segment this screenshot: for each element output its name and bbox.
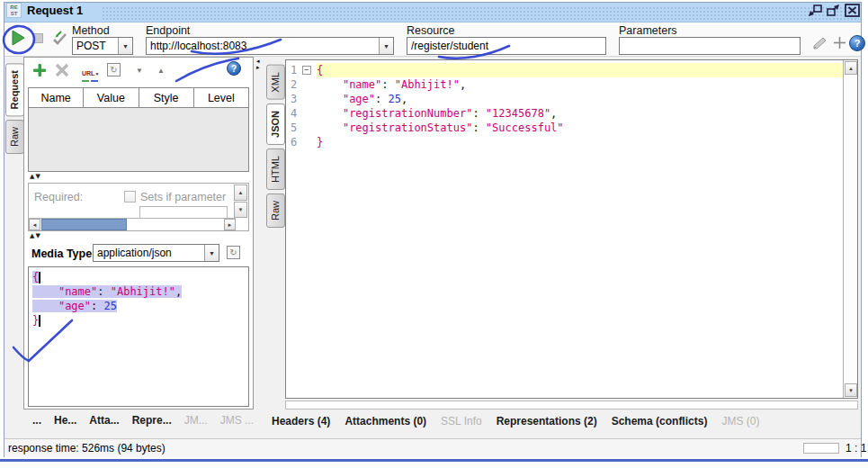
parameters-input[interactable] — [619, 37, 801, 55]
side-tab-json[interactable]: JSON — [266, 104, 285, 145]
code-line: 1−{ — [286, 63, 857, 77]
line-number: 3 — [291, 92, 297, 106]
bottom-tab-[interactable]: ... — [32, 414, 41, 427]
edit-params-pencil-icon[interactable] — [812, 37, 828, 54]
bottom-tab-attachments-0[interactable]: Attachments (0) — [345, 415, 426, 428]
params-help-icon[interactable]: ? — [227, 61, 241, 76]
move-param-up-icon[interactable]: ▲ — [157, 67, 165, 75]
media-type-label: Media Type — [31, 248, 92, 260]
response-bottom-tabs: Headers (4)Attachments (0)SSL InfoRepres… — [272, 415, 759, 428]
splitter-handle-2[interactable]: ▲▼ — [30, 232, 41, 239]
add-param-plus-icon[interactable] — [833, 36, 846, 53]
endpoint-value: http://localhost:8083 — [147, 40, 379, 52]
text-caret — [39, 272, 40, 284]
side-tab-request[interactable]: Request — [5, 63, 24, 116]
toolbar-help-icon[interactable]: ? — [849, 35, 865, 51]
endpoint-label: Endpoint — [146, 24, 190, 37]
props-scroll-up-icon[interactable]: ▲ — [234, 184, 247, 201]
restore-window-icon[interactable] — [808, 4, 823, 17]
param-column-value: Value — [84, 88, 139, 107]
props-scroll-down-icon[interactable]: ▼ — [234, 202, 247, 218]
bottom-tab-schema-conflicts[interactable]: Schema (conflicts) — [612, 415, 708, 428]
code-line: "age": 25 — [32, 299, 248, 313]
bottom-tab-he[interactable]: He... — [54, 414, 76, 427]
method-dropdown[interactable]: POST ▼ — [72, 37, 133, 55]
response-editor[interactable]: 1−{2 "name": "Abhijit!",3 "age": 25,4 "r… — [285, 59, 858, 399]
bottom-tab-jms: JMS ... — [220, 414, 254, 427]
props-hscrollbar[interactable]: ◄ ► — [29, 218, 236, 230]
bottom-tab-representations-2[interactable]: Representations (2) — [497, 415, 597, 428]
text-caret — [39, 315, 40, 327]
add-param-icon[interactable] — [32, 63, 47, 77]
code-line: { — [32, 270, 248, 284]
panel-splitter-collapse-icons[interactable]: ◂▸ — [256, 58, 260, 70]
param-column-style: Style — [139, 88, 194, 107]
side-tab-html[interactable]: HTML — [266, 148, 285, 190]
code-line: 6} — [286, 135, 857, 149]
line-number: 6 — [291, 135, 297, 149]
soapui-request-window: RE ST Request 1 Method POST ▼ Endpoint h… — [0, 0, 868, 468]
media-type-arrow-icon[interactable]: ▼ — [204, 245, 219, 261]
code-line: 2 "name": "Abhijit!", — [286, 77, 857, 92]
line-number: 4 — [291, 106, 297, 121]
cancel-request-button[interactable] — [33, 33, 43, 43]
revert-params-icon[interactable]: ↻ — [107, 63, 121, 76]
endpoint-dropdown-arrow-icon[interactable]: ▼ — [379, 38, 393, 54]
response-time-status: response time: 526ms (94 bytes) — [8, 442, 166, 454]
move-param-down-icon[interactable]: ▼ — [136, 67, 143, 75]
outer-window-edge — [0, 459, 868, 462]
hscroll-right-icon[interactable]: ► — [224, 219, 236, 230]
bottom-tab-atta[interactable]: Atta... — [89, 414, 119, 427]
line-number: 2 — [291, 77, 297, 92]
request-bottom-tabs: ...He...Atta...Repre...JM...JMS ... — [32, 414, 254, 427]
method-value: POST — [73, 40, 118, 52]
maximize-window-icon[interactable] — [826, 4, 841, 17]
resource-input[interactable] — [407, 37, 606, 55]
url-encode-icon[interactable]: URL▼ — [82, 63, 102, 78]
request-body-editor[interactable]: { "name": "Abhijit!", "age": 25} — [28, 266, 249, 407]
params-table[interactable]: NameValueStyleLevel — [28, 87, 249, 172]
hscroll-thumb[interactable] — [41, 219, 127, 230]
code-line: 3 "age": 25, — [286, 92, 857, 106]
splitter-handle[interactable]: ▲▼ — [30, 173, 41, 180]
media-type-value: application/json — [94, 247, 204, 259]
parameters-label: Parameters — [619, 24, 677, 37]
window-title: Request 1 — [27, 4, 83, 17]
response-hscrollbar[interactable] — [285, 400, 858, 410]
media-type-refresh-icon[interactable]: ↻ — [227, 246, 240, 259]
progress-indicator — [803, 443, 839, 454]
request-side-tabs: RequestRaw — [5, 63, 24, 154]
code-line: "name": "Abhijit!", — [32, 284, 248, 299]
bottom-tab-headers-4[interactable]: Headers (4) — [272, 415, 330, 428]
method-label: Method — [72, 24, 110, 37]
close-window-icon[interactable] — [845, 4, 860, 17]
media-type-dropdown[interactable]: application/json ▼ — [93, 244, 219, 262]
side-tab-xml[interactable]: XML — [266, 65, 285, 100]
title-bar — [4, 3, 861, 22]
response-vscrollbar[interactable]: ▲ ▼ — [843, 60, 857, 398]
side-tab-raw[interactable]: Raw — [266, 194, 285, 228]
bottom-tab-jm: JM... — [184, 414, 208, 427]
hscroll-left-icon[interactable]: ◄ — [29, 219, 40, 230]
sets-parameter-checkbox[interactable] — [124, 191, 136, 202]
bottom-tab-jms-0: JMS (0) — [721, 415, 759, 428]
vscroll-up-icon[interactable]: ▲ — [845, 61, 857, 75]
submit-to-endpoint-icon[interactable] — [51, 30, 67, 50]
bottom-tab-repre[interactable]: Repre... — [132, 414, 172, 427]
method-dropdown-arrow-icon[interactable]: ▼ — [118, 38, 132, 54]
vscroll-down-icon[interactable]: ▼ — [845, 383, 857, 397]
titlebar-pattern — [102, 6, 859, 20]
fold-toggle-icon[interactable]: − — [302, 66, 311, 75]
caret-position-status: 1 : 1 — [846, 442, 866, 454]
params-table-header: NameValueStyleLevel — [29, 88, 248, 108]
line-number: 1 — [291, 63, 297, 77]
side-tab-raw[interactable]: Raw — [5, 120, 24, 154]
endpoint-combobox[interactable]: http://localhost:8083 ▼ — [146, 37, 394, 55]
delete-param-icon[interactable] — [55, 63, 69, 77]
submit-request-button[interactable] — [9, 29, 27, 50]
resource-label: Resource — [407, 24, 455, 37]
response-side-tabs: XMLJSONHTMLRaw — [266, 65, 285, 228]
rest-icon-line2: ST — [7, 11, 21, 17]
code-line: } — [32, 313, 248, 328]
param-props-box: Required: Sets if parameter is ▲ ▼ ◄ ► — [28, 183, 249, 231]
